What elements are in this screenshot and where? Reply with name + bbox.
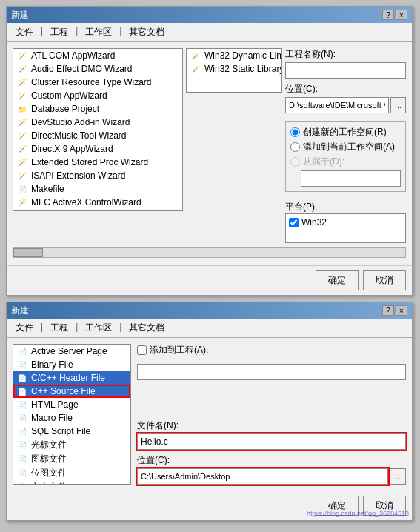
item-icon: 🪄 <box>16 210 28 211</box>
dialog1-body: 🪄 ATL COM AppWizard 🪄 Audio Effect DMO W… <box>7 42 412 265</box>
radio-depend-label: 从属于(D): <box>303 156 344 168</box>
dialog2-title: 新建 <box>11 305 29 317</box>
item-icon: 🪄 <box>190 63 201 75</box>
item-icon: 📄 <box>16 345 28 357</box>
item-icon: 📄 <box>16 439 28 451</box>
item-icon: 🪄 <box>190 50 201 61</box>
item-icon: 📄 <box>16 183 28 195</box>
list-item-directx[interactable]: 🪄 DirectX 9 AppWizard <box>13 142 182 156</box>
list-item-db[interactable]: 📁 Database Project <box>13 102 182 116</box>
item-icon: 📄 <box>16 399 28 410</box>
radio-depend[interactable]: 从属于(D): <box>290 156 401 168</box>
dialog2-file-list[interactable]: 📄 Active Server Page 📄 Binary File 📄 C/C… <box>13 344 131 485</box>
list-item-directmusic[interactable]: 🪄 DirectMusic Tool Wizard <box>13 129 182 142</box>
cancel-button[interactable]: 取消 <box>363 270 406 290</box>
list-item-cluster[interactable]: 🪄 Cluster Resource Type Wizard <box>13 76 182 89</box>
help-button[interactable]: ? <box>382 10 394 20</box>
menu2-workspace[interactable]: 工作区 <box>79 320 118 336</box>
item-icon: 🪄 <box>16 90 28 102</box>
menu-file[interactable]: 文件 <box>10 24 39 40</box>
list-item-win32lib[interactable]: 🪄 Win32 Static Library <box>187 62 281 76</box>
close-button[interactable]: × <box>396 10 407 20</box>
menu-project[interactable]: 工程 <box>44 24 74 40</box>
dialog2-location-group: 位置(C): ... <box>137 454 406 485</box>
dialog1-right-list[interactable]: 🪄 Win32 Dynamic-Link Library 🪄 Win32 Sta… <box>186 48 282 93</box>
dialog2: 新建 ? × 文件 | 工程 | 工作区 | 其它文档 📄 Active Ser… <box>6 302 413 521</box>
dialog2-browse-btn[interactable]: ... <box>390 468 406 485</box>
add-to-project-group: 添加到工程(A): <box>137 344 406 356</box>
list-item-mfc-dll[interactable]: 🪄 MFC AppWizard (dll) <box>13 209 182 211</box>
list-item-custom[interactable]: 🪄 Custom AppWizard <box>13 89 182 102</box>
location-input[interactable] <box>285 97 389 113</box>
list-item-isapi[interactable]: 🪄 ISAPI Extension Wizard <box>13 169 182 182</box>
list2-icon[interactable]: 📄 图标文件 <box>13 452 130 466</box>
scroll-thumb <box>13 248 43 257</box>
depend-input[interactable] <box>301 170 401 187</box>
project-name-input[interactable] <box>285 62 406 79</box>
list-item-devstudio[interactable]: 🪄 DevStudio Add-in Wizard <box>13 116 182 129</box>
dialog1-project-list[interactable]: 🪄 ATL COM AppWizard 🪄 Audio Effect DMO W… <box>13 48 183 211</box>
platform-list[interactable]: Win32 <box>285 213 406 243</box>
dialog2-right-panel: 添加到工程(A): 文件名(N): 位置(C): ... <box>137 344 406 485</box>
list2-cpp[interactable]: 📄 C++ Source File <box>13 385 130 398</box>
add-to-project-label: 添加到工程(A): <box>150 344 208 356</box>
location-browse-btn[interactable]: ... <box>390 97 406 113</box>
dialog2-location-label: 位置(C): <box>137 454 406 467</box>
list2-sql[interactable]: 📄 SQL Script File <box>13 425 130 438</box>
add-to-project-checkbox[interactable] <box>137 345 147 355</box>
list-item-makefile[interactable]: 📄 Makefile <box>13 182 182 196</box>
list2-macro[interactable]: 📄 Macro File <box>13 411 130 425</box>
filename-input[interactable] <box>137 433 406 450</box>
dialog1-titlebar: 新建 ? × <box>7 7 412 23</box>
dialog2-location-field-group: ... <box>137 468 406 485</box>
help-button2[interactable]: ? <box>382 305 394 316</box>
list-item-atl[interactable]: 🪄 ATL COM AppWizard <box>13 49 182 62</box>
platform-win32-label: Win32 <box>301 217 327 227</box>
menu-other[interactable]: 其它文档 <box>123 24 170 40</box>
watermark: https://blog.csdn.net/qq_36284513 <box>307 510 409 517</box>
location-label: 位置(C): <box>285 83 406 96</box>
list2-binary[interactable]: 📄 Binary File <box>13 358 130 371</box>
menu2-project[interactable]: 工程 <box>44 320 74 336</box>
project-name-group: 工程名称(N): <box>285 48 406 79</box>
item-icon: 📄 <box>16 385 28 397</box>
titlebar-buttons2: ? × <box>382 305 407 316</box>
list2-html[interactable]: 📄 HTML Page <box>13 398 130 411</box>
dialog2-location-input[interactable] <box>137 468 388 485</box>
dialog1-right-panel: 工程名称(N): 位置(C): ... 创建新的工作空间(R) <box>285 48 406 243</box>
item-icon: 🪄 <box>16 76 28 88</box>
radio-new-workspace-label: 创建新的工作空间(R) <box>303 126 387 139</box>
item-icon: 🪄 <box>16 196 28 208</box>
add-to-project-input[interactable] <box>137 364 406 380</box>
filename-label: 文件名(N): <box>137 419 406 432</box>
menu2-other[interactable]: 其它文档 <box>123 320 170 336</box>
list2-text[interactable]: 📄 文本文件 <box>13 480 130 485</box>
list-item-win32dll[interactable]: 🪄 Win32 Dynamic-Link Library <box>187 49 281 62</box>
list2-asp[interactable]: 📄 Active Server Page <box>13 345 130 358</box>
menu2-file[interactable]: 文件 <box>10 320 39 336</box>
list2-cursor[interactable]: 📄 光标文件 <box>13 438 130 452</box>
radio-new-workspace[interactable]: 创建新的工作空间(R) <box>290 126 401 139</box>
platform-group: 平台(P): Win32 <box>285 201 406 243</box>
list-item-extended[interactable]: 🪄 Extended Stored Proc Wizard <box>13 156 182 169</box>
filename-group: 文件名(N): <box>137 419 406 450</box>
list-item-mfc-activex[interactable]: 🪄 MFC ActiveX ControlWizard <box>13 196 182 209</box>
list2-bitmap[interactable]: 📄 位图文件 <box>13 466 130 480</box>
radio-add-workspace[interactable]: 添加到当前工作空间(A) <box>290 141 401 153</box>
location-field-group: ... <box>285 97 406 113</box>
list2-header[interactable]: 📄 C/C++ Header File <box>13 371 130 385</box>
menu-workspace[interactable]: 工作区 <box>79 24 118 40</box>
dialog2-menubar: 文件 | 工程 | 工作区 | 其它文档 <box>7 319 412 338</box>
ok-button[interactable]: 确定 <box>316 270 359 290</box>
close-button2[interactable]: × <box>396 305 407 316</box>
item-icon: 📄 <box>16 468 28 479</box>
scrollbar-horizontal[interactable] <box>13 247 406 258</box>
item-icon: 📄 <box>16 412 28 424</box>
platform-win32[interactable]: Win32 <box>286 214 405 230</box>
dialog1: 新建 ? × 文件 | 工程 | 工作区 | 其它文档 🪄 ATL COM Ap… <box>6 6 413 296</box>
list-item-audio[interactable]: 🪄 Audio Effect DMO Wizard <box>13 62 182 76</box>
item-icon: 📄 <box>16 482 28 485</box>
dialog1-title: 新建 <box>11 9 29 21</box>
project-name-label: 工程名称(N): <box>285 48 406 61</box>
dialog2-titlebar: 新建 ? × <box>7 302 412 319</box>
